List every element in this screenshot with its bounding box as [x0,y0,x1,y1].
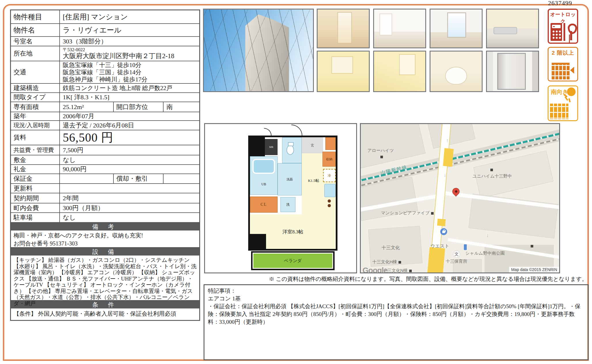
table-row: 専有面積 25.12m² 開口部方位 南 [11,102,199,112]
table-row: 礼金 90,000円 [11,164,199,174]
plan-balcony: ベランダ [251,251,335,270]
plan-sink [324,184,336,197]
row-value: 阪急宝塚線「十三」徒歩10分 阪急宝塚線「三国」徒歩14分 阪急神戸線「神崎川」… [60,61,199,83]
table-row: 建築構造 鉄筋コンクリート造 地上8階 総戸数22戸 [11,83,199,92]
map-label: 十三文化H棟 [372,259,401,265]
map-label: シャルム野中南公園 [465,251,504,256]
row-value: 〒532-0022 大阪府大阪市淀川区野中南２丁目2-18 [60,46,199,61]
table-row: 現況/入居時期 退去予定 / 2026年6月08日 [11,120,199,130]
access-line: 阪急神戸線「神崎川」徒歩17分 [63,76,147,83]
row-label: 償却・敷引 [113,174,164,183]
badge-second-floor-label: 2 階以上 [549,49,577,57]
access-line: 阪急宝塚線「十三」徒歩10分 [63,62,141,69]
row-label: 専有面積 [11,102,60,112]
building-arrow-icon [549,60,577,79]
table-row: 交通 阪急宝塚線「十三」徒歩10分 阪急宝塚線「三国」徒歩14分 阪急神戸線「神… [11,61,199,83]
photo-building-exterior [203,9,314,92]
map-label: アローハイツ [367,148,394,153]
sun-icon [567,87,576,96]
disclaimer-text: ※ この資料は物件の概略紹介資料になります。写真、間取図面、設備、概要などが現況… [269,275,587,283]
row-label: 物件種目 [11,10,60,23]
plan-kitchen-label: K1.5帖 [303,178,324,184]
shop-icon [440,228,447,235]
table-row: 契約期間 2年間 [11,193,199,203]
street-address: 大阪府大阪市淀川区野中南２丁目2-18 [63,52,174,60]
row-value: 鉄筋コンクリート造 地上8階 総戸数22戸 [60,84,199,92]
section-header-remarks: 備 考 [11,222,199,230]
table-row: 間取タイプ 1K[ 洋8.3・K1.5] [11,92,199,102]
map-label: ウエスト [430,243,449,249]
row-label: 物件名 [11,24,60,36]
plan-entrance: 玄 [302,137,323,153]
row-value: 25.12m² [60,102,113,112]
row-value: 303（3階部分） [60,37,199,46]
floorplan-box: MB 玄 収納 冷 K1.5帖 UB 洗面 CL 洗 洋室8.3帖 ベランダ [204,123,357,273]
row-label: 交通 [11,61,60,83]
row-value: 300円（月額） [60,203,199,212]
row-value: [住居用] マンション [60,10,199,23]
row-label: 礼金 [11,165,60,174]
postal-code: 〒532-0022 [63,47,85,52]
map-label: ユニハイム十三野中 [473,174,512,179]
photo-kitchen-hallway [317,9,370,48]
row-value: なし [60,155,199,164]
section-header-equipment: 設 備 [11,247,199,256]
photo-room-closet [373,9,426,48]
photo-storage-closet [486,51,539,92]
row-label: 共益費・管理費 [11,145,60,155]
row-label: 賃料 [11,130,60,145]
plan-storage-upper [325,137,336,150]
map-label: 十三文化 [382,245,400,251]
row-label: 敷金 [11,155,60,164]
building-icon [552,60,574,79]
row-label: 所在地 [11,46,60,61]
table-row: 物件名 ラ・リヴィエール [11,23,199,36]
access-line: 阪急宝塚線「三国」徒歩14分 [63,69,141,76]
map-label: 十三保育所 [446,259,467,264]
location-map: 山陽新幹線 ↑ ↓ ↓ アローハイツ ユニハイム十三野中 マンションピアファイブ… [360,123,560,273]
school-icon: 文 [453,251,460,258]
map-attribution: Map data ©2015 ZENRIN [509,267,559,272]
row-label: 号室名 [11,37,60,46]
table-row: 敷金 なし [11,155,199,164]
table-row: 賃料 56,500 円 [11,130,199,145]
row-label: 開口部方位 [113,102,164,112]
badge-autolock-label: オートロック [549,11,577,25]
row-value: 7,500円 [60,145,199,155]
parking-icon [464,244,467,250]
row-value: 1K[ 洋8.3・K1.5] [60,93,199,102]
key-icon [567,23,575,41]
row-label: 駐車場 [11,213,60,222]
row-label: 現況/入居時期 [11,121,60,130]
road-arrow-up: ↑ [446,138,449,144]
special-notes-box: 特記事項： エアコン 1基 ・保証会社：保証会社利用必須 【株式会社JACCS】… [204,284,589,360]
row-value: なし [60,213,199,222]
rent-value: 56,500 円 [60,130,199,145]
table-row: 物件種目 [住居用] マンション [11,10,199,23]
row-value [60,184,199,193]
special-notes-line: エアコン 1基 [208,295,584,302]
floorplan-drawing: MB 玄 収納 冷 K1.5帖 UB 洗面 CL 洗 洋室8.3帖 [248,136,337,251]
table-row: 町内会費 300円（月額） [11,203,199,212]
autolock-icon [549,23,577,41]
section-header-conditions: 条 件 [11,300,199,308]
row-label: 契約期間 [11,193,60,203]
special-notes-line: ・保証会社：保証会社利用必須 【株式会社JACCS】[初回保証料1万円]【全保連… [208,302,584,326]
door-arc [291,125,302,136]
plan-meterbox: MB [265,139,278,155]
left-arrow-icon [570,67,574,74]
row-label: 間取タイプ [11,93,60,102]
row-value: 退去予定 / 2026年6月08日 [60,121,199,130]
table-row: 更新料 [11,183,199,193]
equipment-text: 【キッチン】 給湯器（ガス）・ガスコンロ（2口）・システムキッチン 【水廻り】 … [11,256,199,300]
table-row: 保証金 償却・敷引 [11,174,199,183]
row-value: 90,000円 [60,165,199,174]
photo-bathroom [373,51,426,92]
plan-fridge: 冷 [323,169,336,182]
road-arrow-down: ↓ [486,233,489,239]
row-value: 2年間 [60,193,199,203]
photo-room-window [430,9,483,48]
special-notes-title: 特記事項： [208,287,584,295]
conditions-text: 【条件】 外国人契約可能・高齢者入居可能・保証会社利用必須 [11,308,199,320]
bathtub-icon [253,159,275,174]
